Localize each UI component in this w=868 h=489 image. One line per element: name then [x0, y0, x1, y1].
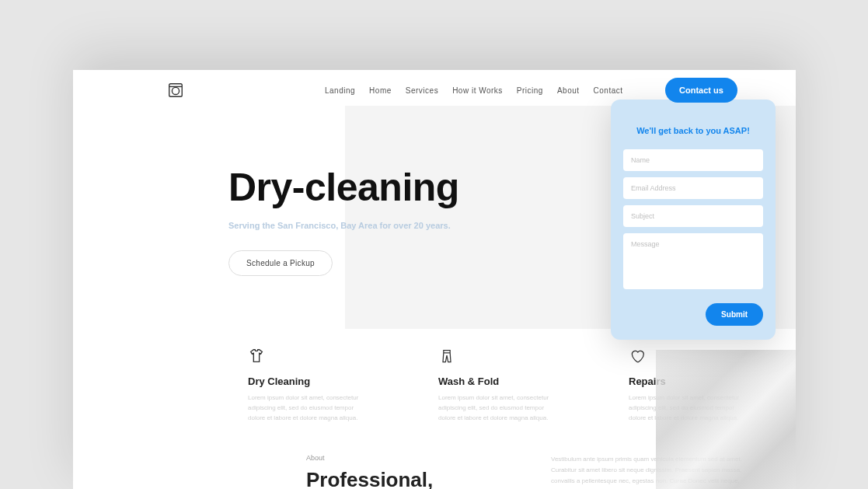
- contact-popup: We'll get back to you ASAP! Submit: [611, 100, 776, 340]
- service-wash-fold: Wash & Fold Lorem ipsum dolor sit amet, …: [438, 348, 559, 423]
- logo-icon[interactable]: [166, 81, 185, 100]
- about-title: Professional,: [306, 468, 504, 489]
- contact-us-button[interactable]: Contact us: [665, 78, 737, 103]
- nav-landing[interactable]: Landing: [325, 86, 355, 95]
- message-field[interactable]: [623, 233, 763, 289]
- schedule-pickup-button[interactable]: Schedule a Pickup: [228, 250, 333, 276]
- nav-pricing[interactable]: Pricing: [517, 86, 543, 95]
- service-title: Wash & Fold: [438, 375, 559, 387]
- service-desc: Lorem ipsum dolor sit amet, consectetur …: [438, 393, 559, 423]
- service-title: Dry Cleaning: [248, 375, 368, 387]
- nav-home[interactable]: Home: [369, 86, 392, 95]
- about-left: About Professional,: [306, 454, 504, 489]
- service-desc: Lorem ipsum dolor sit amet, consectetur …: [248, 393, 368, 423]
- nav-how-it-works[interactable]: How it Works: [452, 86, 503, 95]
- name-field[interactable]: [623, 149, 763, 171]
- popup-title: We'll get back to you ASAP!: [623, 126, 763, 135]
- service-dry-cleaning: Dry Cleaning Lorem ipsum dolor sit amet,…: [248, 348, 368, 423]
- svg-point-1: [172, 87, 179, 94]
- about-label: About: [306, 454, 504, 462]
- email-field[interactable]: [623, 177, 763, 199]
- nav-about[interactable]: About: [557, 86, 580, 95]
- linen-image: [656, 350, 796, 489]
- subject-field[interactable]: [623, 205, 763, 227]
- nav-contact[interactable]: Contact: [594, 86, 623, 95]
- pants-icon: [438, 348, 455, 365]
- submit-button[interactable]: Submit: [706, 303, 763, 326]
- tshirt-icon: [248, 348, 265, 365]
- heart-icon: [629, 348, 646, 365]
- nav-links: Landing Home Services How it Works Prici…: [325, 86, 623, 95]
- nav-services[interactable]: Services: [406, 86, 438, 95]
